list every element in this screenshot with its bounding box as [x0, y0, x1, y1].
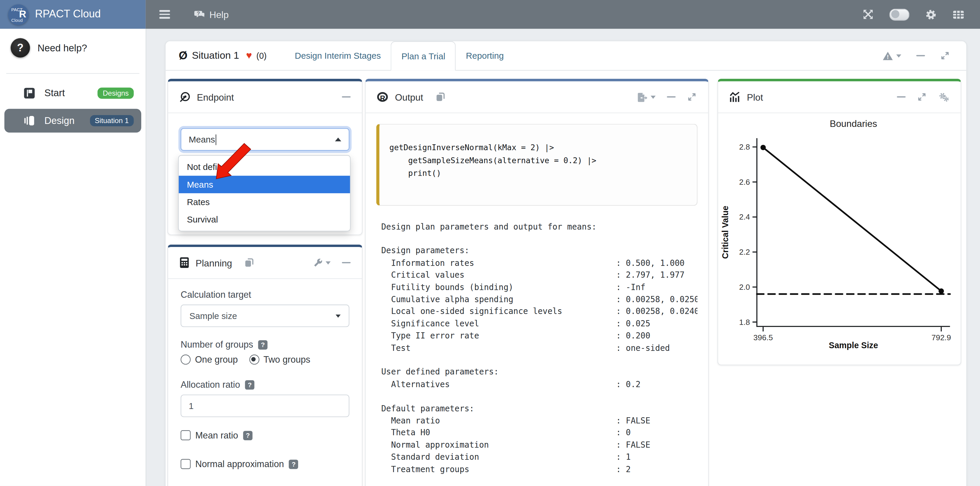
help-button[interactable]: ? Help: [194, 9, 229, 20]
svg-text:Boundaries: Boundaries: [830, 118, 877, 129]
designs-badge: Designs: [98, 88, 134, 99]
plot-settings-gears-icon[interactable]: [938, 92, 949, 102]
r-code: getDesignInverseNormal(kMax = 2) |> getS…: [389, 141, 687, 180]
app-root: PACT R Cloud RPACT Cloud ? Need help? St…: [0, 0, 980, 486]
calculation-target-select[interactable]: Sample size: [180, 304, 349, 327]
brand-header: PACT R Cloud RPACT Cloud: [0, 0, 146, 29]
svg-text:Sample Size: Sample Size: [829, 341, 878, 350]
text-cursor: [216, 134, 216, 145]
plot-panel-title: Plot: [747, 91, 763, 102]
plot-minimize-button[interactable]: [897, 96, 906, 98]
sidebar-item-start[interactable]: Start Designs: [5, 81, 141, 105]
calculation-target-value: Sample size: [189, 311, 237, 321]
plot-panel-header: Plot: [718, 81, 961, 113]
endpoint-combobox-value: Means: [189, 135, 215, 145]
r-output-text: Design plan parameters and output for me…: [381, 220, 697, 475]
expand-card-icon[interactable]: [940, 51, 950, 61]
situation-header: Ø Situation 1 ♥ (0): [166, 41, 267, 70]
endpoint-panel-body: Means: [168, 113, 362, 151]
minimize-card-button[interactable]: [916, 55, 925, 56]
endpoint-panel: Endpoint Means Not defined Means Rates S…: [167, 79, 363, 235]
dropdown-option-means[interactable]: Means: [179, 176, 350, 193]
radio-one-group[interactable]: [180, 355, 191, 365]
endpoint-panel-title: Endpoint: [197, 91, 234, 102]
brand-logo-icon: PACT R Cloud: [8, 4, 29, 25]
help-badge[interactable]: ?: [243, 430, 253, 440]
svg-text:1.8: 1.8: [739, 318, 750, 327]
favorites-count: (0): [256, 51, 267, 61]
gear-icon[interactable]: [925, 8, 937, 20]
mean-ratio-row: Mean ratio ?: [180, 430, 349, 440]
output-minimize-button[interactable]: [667, 96, 676, 98]
output-expand-icon[interactable]: [687, 92, 697, 102]
r-code-block: getDesignInverseNormal(kMax = 2) |> getS…: [376, 124, 697, 206]
heart-icon[interactable]: ♥: [246, 50, 252, 61]
export-dropdown-button[interactable]: [637, 91, 656, 102]
radio-one-group-label: One group: [195, 355, 238, 365]
wrench-icon: [313, 258, 323, 267]
boundaries-chart: Boundaries2.82.62.42.22.01.8396.5792.9Sa…: [718, 113, 961, 354]
sidebar-item-design[interactable]: Design Situation 1: [5, 109, 141, 133]
svg-text:?: ?: [197, 11, 200, 16]
dropdown-option-rates[interactable]: Rates: [179, 193, 350, 211]
chevron-down-icon: [651, 95, 655, 99]
planning-panel: Planning Calculation t: [167, 245, 363, 486]
endpoint-combobox[interactable]: Means: [180, 128, 349, 150]
planning-panel-body: Calculation target Sample size Number of…: [168, 279, 362, 469]
hamburger-menu-icon[interactable]: [159, 10, 170, 19]
brand-title: RPACT Cloud: [35, 8, 101, 21]
normal-approximation-row: Normal approximation ?: [180, 459, 349, 469]
endpoint-panel-header: Endpoint: [168, 81, 362, 113]
chevron-down-icon: [896, 54, 901, 57]
normal-approximation-checkbox[interactable]: [180, 459, 190, 469]
fullscreen-icon[interactable]: [862, 9, 874, 20]
svg-text:2.6: 2.6: [739, 178, 750, 186]
help-badge[interactable]: ?: [245, 380, 255, 389]
sidebar-divider: [6, 73, 139, 74]
planning-panel-header: Planning: [168, 247, 362, 279]
brand-logo-bottom-text: Cloud: [11, 18, 23, 22]
situation-badge: Situation 1: [90, 115, 134, 126]
need-help-link[interactable]: ? Need help?: [0, 29, 146, 65]
sidebar-item-label: Design: [44, 115, 74, 126]
copy-icon[interactable]: [245, 258, 255, 268]
plot-panel: Plot B: [718, 79, 961, 365]
situation-label: Situation 1: [192, 50, 239, 61]
tab-reporting[interactable]: Reporting: [456, 41, 514, 70]
question-mark-icon: ?: [11, 38, 30, 57]
dark-mode-toggle[interactable]: [889, 8, 910, 20]
svg-text:792.9: 792.9: [931, 333, 951, 342]
calculation-target-label: Calculation target: [180, 290, 349, 300]
planning-tools-dropdown[interactable]: [313, 258, 331, 267]
output-panel: R Output: [365, 79, 709, 486]
help-badge[interactable]: ?: [258, 340, 267, 349]
normal-approximation-label: Normal approximation: [195, 459, 284, 469]
svg-text:2.2: 2.2: [739, 248, 750, 257]
endpoint-minimize-button[interactable]: [342, 96, 351, 98]
grid-table-icon[interactable]: [953, 9, 964, 20]
radio-two-groups[interactable]: [249, 355, 259, 365]
tab-plan-a-trial[interactable]: Plan a Trial: [391, 41, 456, 71]
plot-expand-icon[interactable]: [917, 92, 927, 102]
mean-ratio-checkbox[interactable]: [180, 430, 190, 440]
radio-two-groups-label: Two groups: [263, 355, 310, 365]
copy-icon[interactable]: [436, 92, 445, 102]
flag-icon: [24, 88, 35, 99]
help-bubble-icon: ?: [194, 10, 205, 19]
number-of-groups-label: Number of groups ?: [180, 339, 349, 350]
help-badge[interactable]: ?: [289, 459, 299, 469]
output-panel-title: Output: [395, 91, 423, 102]
design-columns-icon: [24, 115, 35, 126]
mean-ratio-label: Mean ratio: [195, 430, 238, 440]
warnings-dropdown-button[interactable]: !: [882, 51, 901, 61]
dropdown-option-survival[interactable]: Survival: [179, 211, 350, 228]
tab-design-interim-stages[interactable]: Design Interim Stages: [285, 41, 391, 70]
r-logo-icon: R: [377, 91, 389, 102]
calculator-icon: [179, 257, 189, 268]
allocation-ratio-input[interactable]: 1: [180, 395, 349, 417]
sidebar: PACT R Cloud RPACT Cloud ? Need help? St…: [0, 0, 146, 486]
groups-radio-group: One group Two groups: [180, 355, 349, 365]
planning-minimize-button[interactable]: [342, 262, 351, 263]
need-help-label: Need help?: [37, 42, 87, 53]
dropdown-option-not-defined[interactable]: Not defined: [179, 158, 350, 175]
